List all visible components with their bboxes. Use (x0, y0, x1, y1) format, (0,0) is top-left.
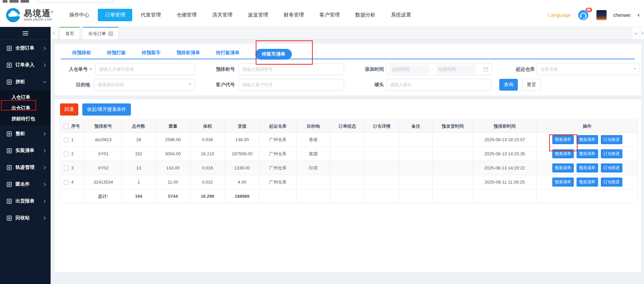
status-value (330, 175, 365, 189)
sidebar-item-label: 整柜 (16, 131, 25, 137)
row-checkbox[interactable] (64, 152, 68, 156)
booking-follow-button[interactable]: 订仓跟进 (601, 178, 622, 187)
booking-value (365, 133, 399, 147)
cabinet-no-value: 32413534 (85, 175, 122, 189)
select-all-checkbox[interactable] (64, 124, 68, 129)
sidebar-item-anonymous-items[interactable]: 匿名件 (0, 176, 51, 193)
origin-value: 广州仓库 (259, 161, 297, 175)
sidebar-item-fcl-cabinet[interactable]: 整柜 (0, 125, 51, 142)
nav-item-data-analysis[interactable]: 数据分析 (348, 9, 383, 21)
sidebar-item-tracking-management[interactable]: 轨迹管理 (0, 159, 51, 176)
tab-list-dropdown-button[interactable] (632, 27, 640, 39)
reset-button[interactable]: 重置 (522, 79, 541, 91)
volume-value: 0.016 (190, 161, 225, 175)
sidebar-item-order-entry[interactable]: 订单录入 (0, 57, 51, 73)
chevron-right-icon (43, 132, 46, 135)
support-notification[interactable]: 88 (578, 9, 590, 21)
label-dropdown-caret-icon[interactable] (89, 68, 92, 70)
nav-item-customs-management[interactable]: 清关管理 (205, 9, 240, 21)
end-time-input[interactable] (436, 65, 476, 74)
booking-follow-button[interactable]: 订仓跟进 (601, 149, 622, 158)
close-tab-icon[interactable]: × (108, 31, 113, 36)
booking-value (365, 147, 399, 161)
booking-follow-button[interactable]: 订仓跟进 (601, 163, 622, 172)
submenu-item-parcel-to-pack[interactable]: 拼邮待打包 (0, 113, 51, 124)
user-menu-caret-icon[interactable] (637, 13, 639, 17)
subtab-pending-pre-pallet[interactable]: 待预打板 (107, 50, 126, 56)
sidebar-item-loading-manifest[interactable]: 实装清单 (0, 142, 51, 159)
nav-item-warehouse-management[interactable]: 仓储管理 (169, 9, 204, 21)
customer-code-input[interactable] (239, 79, 344, 91)
row-checkbox[interactable] (64, 137, 68, 142)
table-total-row: 总计: 194 5744 16.296 188989 (60, 189, 638, 203)
range-separator: ~ (431, 67, 434, 72)
language-link[interactable]: Language (548, 12, 571, 18)
subtab-pending-pre-load[interactable]: 待预装车 (142, 50, 161, 56)
sidebar-item-label: 订单录入 (16, 62, 34, 68)
col-origin-warehouse: 起运仓库 (259, 120, 297, 133)
subtab-pallet-list[interactable]: 待打板清单 (216, 50, 240, 56)
pre-ship-time-value (433, 161, 473, 175)
sidebar-item-recycle-bin[interactable]: 回收站 (0, 210, 51, 226)
preview-manifest-button[interactable]: 预览清单 (577, 135, 598, 144)
sidebar-item-all-orders[interactable]: 全部订单 (0, 40, 51, 57)
rollback-button[interactable]: 回退 (60, 103, 78, 116)
nav-item-customer-management[interactable]: 客户管理 (312, 9, 347, 21)
sidebar-item-label: 出货报表 (16, 198, 34, 204)
tab-outbound-orders[interactable]: 出仓订单 × (83, 27, 119, 39)
sidebar-item-shipment-reports[interactable]: 出货报表 (0, 193, 51, 210)
toggle-search-button[interactable]: 收起/展开搜索条件 (82, 103, 131, 116)
row-checkbox[interactable] (64, 180, 68, 185)
username[interactable]: chenwei (613, 12, 631, 18)
list-icon (7, 216, 12, 221)
booking-follow-button[interactable]: 订仓跟进 (601, 135, 622, 144)
shipping-mark-input[interactable] (386, 79, 492, 91)
preload-manifest-button[interactable]: 预装清单 (552, 163, 574, 172)
subtab-pre-cabinet-list[interactable]: 预排柜清单 (176, 50, 200, 56)
tab-scroll-right-button[interactable] (640, 27, 644, 39)
preload-manifest-button[interactable]: 预装清单 (552, 135, 574, 144)
row-checkbox[interactable] (64, 166, 68, 170)
main-nav: 操作中心 订单管理 代发管理 仓储管理 清关管理 派送管理 财务管理 客户管理 … (61, 9, 419, 21)
subtab-truck-loading-list[interactable]: 待装车清单 (255, 49, 292, 60)
nav-item-order-management[interactable]: 订单管理 (98, 9, 132, 21)
cabinet-no-input[interactable] (239, 63, 344, 75)
tab-home[interactable]: 首页 (60, 27, 80, 39)
pieces-value: 28 (122, 133, 156, 147)
preview-manifest-button[interactable]: 预览清单 (577, 149, 598, 158)
col-remark: 备注 (399, 120, 433, 133)
nav-item-operation-center[interactable]: 操作中心 (62, 9, 96, 21)
col-volume: 体积 (190, 120, 225, 133)
avatar[interactable] (596, 10, 607, 20)
nav-item-system-settings[interactable]: 系统设置 (384, 9, 418, 21)
col-pre-ship-time: 预发货时间 (433, 120, 473, 133)
notification-badge: 88 (585, 7, 592, 12)
app-header: 易境通® www.yejoin.com 操作中心 订单管理 代发管理 仓储管理 … (0, 3, 644, 27)
remark-value (399, 133, 433, 147)
sidebar-collapse-button[interactable] (0, 27, 51, 40)
query-button[interactable]: 查询 (499, 79, 518, 91)
warehouse-no-input[interactable] (95, 63, 195, 75)
dest-value: 香港 (297, 133, 330, 147)
origin-warehouse-select[interactable] (537, 63, 640, 75)
calendar-icon[interactable] (483, 67, 488, 72)
submenu-item-outbound-orders[interactable]: 出仓订单 (0, 102, 51, 113)
start-time-input[interactable] (389, 65, 429, 74)
table-panel: 回退 收起/展开搜索条件 序号 预排柜号 总件数 重量 体积 货值 起运仓库 目… (55, 99, 641, 272)
destination-select[interactable] (94, 79, 195, 91)
preload-manifest-button[interactable]: 预装清单 (552, 149, 574, 158)
tab-scroll-left-button[interactable] (51, 27, 58, 39)
logo[interactable]: 易境通® www.yejoin.com (0, 7, 57, 24)
preview-manifest-button[interactable]: 预览清单 (577, 163, 598, 172)
nav-item-dropship-management[interactable]: 代发管理 (134, 9, 168, 21)
subtab-pending-pre-cabinet[interactable]: 待预排柜 (72, 50, 91, 56)
add-time-range: ~ (386, 63, 492, 75)
status-value (330, 147, 365, 161)
preview-manifest-button[interactable]: 预览清单 (577, 178, 598, 187)
submenu-item-inbound-orders[interactable]: 入仓订单 (0, 92, 51, 102)
sidebar-item-lcl-cabinet[interactable]: 拼柜 (0, 73, 51, 90)
total-value: 188989 (225, 189, 259, 203)
preload-manifest-button[interactable]: 预装清单 (552, 178, 574, 187)
nav-item-delivery-management[interactable]: 派送管理 (241, 9, 275, 21)
nav-item-finance-management[interactable]: 财务管理 (277, 9, 311, 21)
